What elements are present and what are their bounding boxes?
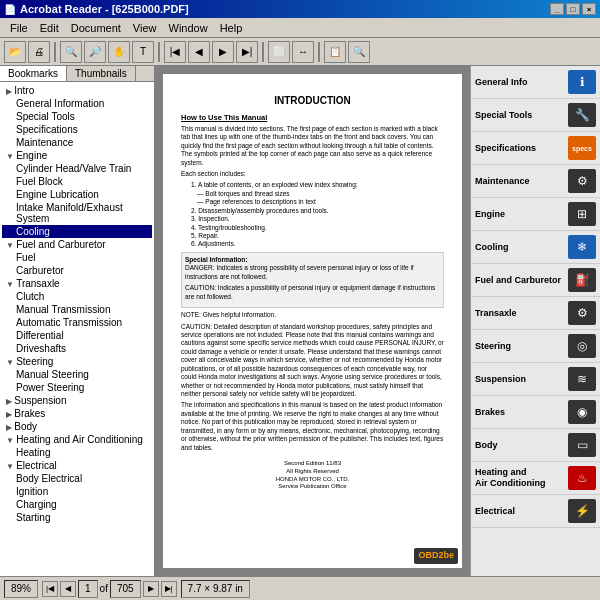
bookmark-item[interactable]: Ignition [2,485,152,498]
bookmark-item[interactable]: ▶ Body [2,420,152,433]
toc-item[interactable]: Cooling❄ [471,231,600,264]
bookmark-item[interactable]: Body Electrical [2,472,152,485]
pdf-body2: Each section includes: [181,170,444,178]
minimize-button[interactable]: _ [550,3,564,15]
pdf-footer1: The information and specifications in th… [181,401,444,452]
bookmark-item[interactable]: ▼ Heating and Air Conditioning [2,433,152,446]
toc-item-icon: specs [568,136,596,160]
toc-item-icon: ♨ [568,466,596,490]
pdf-list-6: 5. Repair. [191,232,444,240]
bookmark-item[interactable]: Heating [2,446,152,459]
toc-item-label: Special Tools [475,110,564,121]
watermark: OBD2be [414,548,458,564]
bookmark-item[interactable]: Differential [2,329,152,342]
page-total: 705 [117,583,134,594]
bookmark-item[interactable]: Manual Transmission [2,303,152,316]
toc-item[interactable]: General Infoℹ [471,66,600,99]
pdf-body1: This manual is divided into sections. Th… [181,125,444,167]
close-button[interactable]: × [582,3,596,15]
toc-item[interactable]: Engine⊞ [471,198,600,231]
bookmark-item[interactable]: Starting [2,511,152,524]
toolbar-zoom-in[interactable]: 🔍 [60,41,82,63]
bookmark-item[interactable]: Charging [2,498,152,511]
toc-item-label: Heating and Air Conditioning [475,467,564,489]
status-zoom: 89% [4,580,38,598]
menu-file[interactable]: File [4,20,34,36]
window-controls[interactable]: _ □ × [550,3,596,15]
bookmark-item[interactable]: ▶ Intro [2,84,152,97]
toolbar-copy[interactable]: 📋 [324,41,346,63]
toc-item[interactable]: Suspension≋ [471,363,600,396]
toolbar-hand[interactable]: ✋ [108,41,130,63]
toolbar-next[interactable]: ▶ [212,41,234,63]
page-of: of [100,583,108,594]
toolbar-print[interactable]: 🖨 [28,41,50,63]
toolbar-prev[interactable]: ◀ [188,41,210,63]
page-navigation[interactable]: |◀ ◀ 1 of 705 ▶ ▶| [42,580,177,598]
bookmark-item[interactable]: Clutch [2,290,152,303]
bookmark-item[interactable]: ▼ Steering [2,355,152,368]
bookmark-item[interactable]: Manual Steering [2,368,152,381]
toc-item[interactable]: Electrical⚡ [471,495,600,528]
bookmark-item[interactable]: ▼ Transaxle [2,277,152,290]
toolbar-last[interactable]: ▶| [236,41,258,63]
toc-item[interactable]: Fuel and Carburetor⛽ [471,264,600,297]
toolbar-select[interactable]: T [132,41,154,63]
toc-item[interactable]: Special Tools🔧 [471,99,600,132]
bookmark-item[interactable]: Special Tools [2,110,152,123]
bookmark-item[interactable]: Fuel Block [2,175,152,188]
bookmark-item[interactable]: Cooling [2,225,152,238]
bookmark-item[interactable]: Engine Lubrication [2,188,152,201]
toc-item[interactable]: Steering◎ [471,330,600,363]
bookmark-item[interactable]: Automatic Transmission [2,316,152,329]
nav-first[interactable]: |◀ [42,581,58,597]
bookmark-item[interactable]: Cylinder Head/Valve Train [2,162,152,175]
bookmark-item[interactable]: Specifications [2,123,152,136]
bookmark-item[interactable]: Power Steering [2,381,152,394]
page-current[interactable]: 1 [85,583,91,594]
bookmark-item[interactable]: ▼ Electrical [2,459,152,472]
toolbar-zoom-out[interactable]: 🔎 [84,41,106,63]
tab-bookmarks[interactable]: Bookmarks [0,66,67,81]
toc-item[interactable]: Maintenance⚙ [471,165,600,198]
menu-document[interactable]: Document [65,20,127,36]
menu-view[interactable]: View [127,20,163,36]
toc-item[interactable]: Brakes◉ [471,396,600,429]
toc-item-label: Electrical [475,506,564,517]
page-input-container[interactable]: 1 [78,580,98,598]
toc-item[interactable]: Body▭ [471,429,600,462]
bookmark-item[interactable]: Driveshafts [2,342,152,355]
bookmark-item[interactable]: Intake Manifold/Exhaust System [2,201,152,225]
toc-item[interactable]: Heating and Air Conditioning♨ [471,462,600,495]
bookmark-item[interactable]: Maintenance [2,136,152,149]
bookmark-item[interactable]: ▼ Fuel and Carburetor [2,238,152,251]
left-panel: Bookmarks Thumbnails ▶ IntroGeneral Info… [0,66,155,576]
pdf-notice-title: Special Information: [185,256,440,264]
bookmark-item[interactable]: Carburetor [2,264,152,277]
toolbar-fit-width[interactable]: ↔ [292,41,314,63]
toolbar-fit-page[interactable]: ⬜ [268,41,290,63]
bookmark-item[interactable]: ▶ Brakes [2,407,152,420]
toolbar-first[interactable]: |◀ [164,41,186,63]
bookmark-item[interactable]: General Information [2,97,152,110]
bookmark-item[interactable]: ▶ Suspension [2,394,152,407]
toc-item[interactable]: Specificationsspecs [471,132,600,165]
menu-window[interactable]: Window [163,20,214,36]
menu-edit[interactable]: Edit [34,20,65,36]
nav-prev[interactable]: ◀ [60,581,76,597]
pdf-list-5: 4. Testing/troubleshooting. [191,224,444,232]
pdf-area[interactable]: INTRODUCTION How to Use This Manual This… [155,66,470,576]
pdf-note: NOTE: Gives helpful information. [181,311,444,319]
toc-item[interactable]: Transaxle⚙ [471,297,600,330]
bookmark-item[interactable]: Fuel [2,251,152,264]
toolbar-find[interactable]: 🔍 [348,41,370,63]
nav-last[interactable]: ▶| [161,581,177,597]
bookmark-item[interactable]: ▼ Engine [2,149,152,162]
maximize-button[interactable]: □ [566,3,580,15]
toc-item-icon: ❄ [568,235,596,259]
toolbar-open[interactable]: 📂 [4,41,26,63]
nav-next[interactable]: ▶ [143,581,159,597]
pdf-notice-warning: DANGER: Indicates a strong possibility o… [185,264,440,281]
tab-thumbnails[interactable]: Thumbnails [67,66,136,81]
menu-help[interactable]: Help [214,20,249,36]
